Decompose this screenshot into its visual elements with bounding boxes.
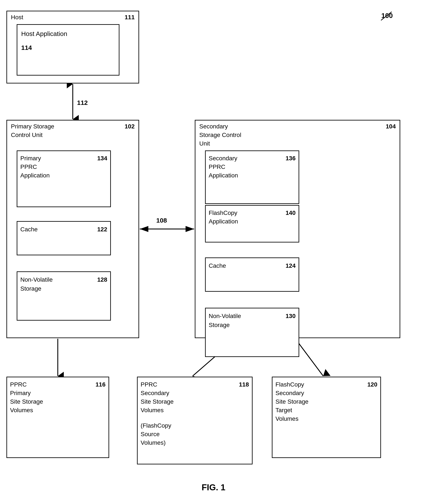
secondary-pprc-label-line2: PPRC: [209, 163, 225, 170]
primary-storage-label-line2: Control Unit: [11, 132, 43, 138]
pprc-secondary-site-label-line2: Secondary: [141, 390, 169, 397]
flashcopy-secondary-label-line3: Site Storage: [275, 398, 308, 405]
pprc-primary-site-label-line2: Primary: [10, 390, 30, 397]
secondary-pprc-number: 136: [286, 155, 296, 162]
primary-pprc-label-line1: Primary: [20, 155, 41, 162]
pprc-secondary-site-number: 118: [239, 381, 249, 388]
non-volatile-secondary-box: Non-Volatile Storage 130: [205, 308, 299, 357]
flashcopy-secondary-label-line2: Secondary: [275, 390, 304, 397]
secondary-pprc-box: Secondary PPRC Application 136: [205, 151, 299, 204]
primary-storage-box: Primary Storage Control Unit 102 Primary…: [7, 120, 139, 338]
pprc-primary-site-label-line3: Site Storage: [10, 398, 43, 405]
host-number: 111: [125, 14, 135, 21]
pprc-secondary-site-label-line7: Volumes): [141, 439, 166, 446]
primary-pprc-number: 134: [97, 155, 107, 162]
flashcopy-secondary-label-line5: Volumes: [275, 415, 298, 422]
host-application-box: Host Application 114: [17, 24, 119, 76]
pprc-secondary-site-label-line6: Source: [141, 431, 160, 438]
secondary-pprc-label-line3: Application: [209, 172, 238, 179]
flashcopy-app-label-line2: Application: [209, 218, 238, 225]
cache-secondary-number: 124: [286, 262, 296, 269]
cache-primary-number: 122: [97, 226, 107, 233]
secondary-storage-label-line3: Unit: [199, 140, 210, 147]
non-volatile-secondary-number: 130: [286, 313, 296, 320]
flashcopy-secondary-number: 120: [367, 381, 377, 388]
pprc-secondary-site-label-line3: Site Storage: [141, 398, 174, 405]
cache-secondary-label: Cache: [209, 262, 226, 269]
pprc-secondary-site-label-line1: PPRC: [141, 381, 157, 388]
secondary-storage-label-line2: Storage Control: [199, 132, 241, 138]
non-volatile-primary-number: 128: [97, 276, 107, 283]
flashcopy-app-box: FlashCopy Application 140: [205, 205, 299, 243]
diagram: 112 108 100 Host 111 Host Application 11…: [0, 0, 427, 504]
secondary-storage-label-line1: Secondary: [199, 123, 228, 130]
primary-pprc-box: Primary PPRC Application 134: [17, 151, 111, 207]
flashcopy-app-label-line1: FlashCopy: [209, 210, 237, 216]
secondary-pprc-label-line1: Secondary: [209, 155, 237, 162]
cache-secondary-box: Cache 124: [205, 258, 299, 292]
cache-primary-label: Cache: [20, 226, 38, 233]
flashcopy-secondary-label-line4: Target: [275, 407, 292, 414]
non-volatile-secondary-label-line2: Storage: [209, 322, 230, 328]
host-label: Host: [11, 14, 23, 21]
secondary-storage-number: 104: [386, 123, 396, 130]
pprc-primary-site-number: 116: [95, 381, 106, 388]
fig-label: FIG. 1: [202, 483, 225, 492]
secondary-to-flashcopy-arrow: [295, 339, 323, 376]
flashcopy-secondary-box: FlashCopy Secondary Site Storage Target …: [272, 377, 381, 458]
pprc-secondary-site-box: PPRC Secondary Site Storage Volumes 118 …: [137, 377, 252, 464]
pprc-primary-site-box: PPRC Primary Site Storage Volumes 116: [7, 377, 109, 458]
cache-primary-box: Cache 122: [17, 221, 111, 255]
host-application-number: 114: [21, 44, 32, 51]
non-volatile-primary-box: Non-Volatile Storage 128: [17, 271, 111, 321]
pprc-primary-site-label-line1: PPRC: [10, 381, 27, 388]
arrow-label-112: 112: [77, 99, 88, 106]
primary-storage-label-line1: Primary Storage: [11, 123, 54, 130]
primary-pprc-label-line2: PPRC: [20, 163, 37, 170]
pprc-secondary-site-label-line4: Volumes: [141, 407, 164, 414]
primary-storage-number: 102: [125, 123, 135, 130]
arrow-label-108: 108: [156, 217, 167, 224]
host-application-label: Host Application: [21, 30, 67, 38]
pprc-primary-site-label-line4: Volumes: [10, 407, 33, 414]
primary-pprc-label-line3: Application: [20, 172, 50, 179]
secondary-storage-box: Secondary Storage Control Unit 104 Secon…: [195, 120, 400, 338]
non-volatile-primary-label-line1: Non-Volatile: [20, 276, 53, 283]
ref-number: 100: [381, 12, 393, 20]
flashcopy-app-number: 140: [286, 210, 296, 216]
host-box: Host 111 Host Application 114: [7, 11, 139, 84]
flashcopy-secondary-label-line1: FlashCopy: [275, 381, 304, 388]
non-volatile-primary-label-line2: Storage: [20, 285, 41, 292]
non-volatile-secondary-label-line1: Non-Volatile: [209, 313, 241, 320]
pprc-secondary-site-label-line5: (FlashCopy: [141, 422, 171, 429]
